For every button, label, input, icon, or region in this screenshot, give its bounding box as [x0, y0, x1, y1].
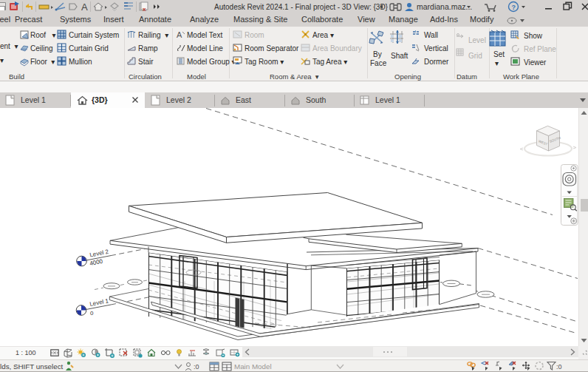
svg-text:0: 0: [90, 310, 94, 317]
svg-text:Level 1: Level 1: [89, 297, 110, 308]
svg-text::0: :0: [556, 363, 562, 371]
svg-text:Level 2: Level 2: [89, 248, 110, 259]
svg-text:A: A: [177, 30, 182, 39]
svg-text:x: x: [143, 6, 146, 13]
svg-text::0: :0: [194, 363, 199, 371]
svg-text:A: A: [81, 1, 88, 13]
svg-text:mardiana.maz...: mardiana.maz...: [417, 2, 472, 11]
svg-text:?: ?: [512, 4, 516, 11]
